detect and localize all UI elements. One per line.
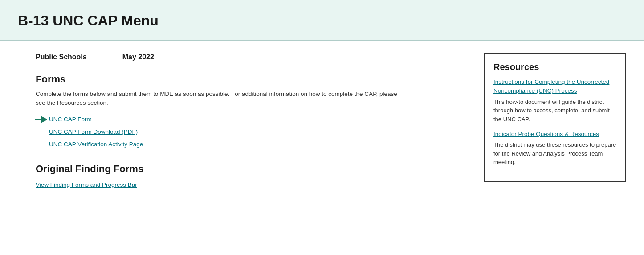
resources-box: Resources Instructions for Completing th… bbox=[484, 53, 626, 182]
resource-item-1: Instructions for Completing the Uncorrec… bbox=[493, 78, 616, 123]
unc-cap-form-pdf-link[interactable]: UNC CAP Form Download (PDF) bbox=[49, 127, 470, 137]
forms-heading: Forms bbox=[36, 74, 470, 85]
page-title: B-13 UNC CAP Menu bbox=[18, 12, 626, 29]
left-column: Public Schools May 2022 Forms Complete t… bbox=[36, 49, 470, 188]
indicator-probe-description: The district may use these resources to … bbox=[493, 140, 616, 167]
school-type: Public Schools bbox=[36, 53, 87, 61]
date-label: May 2022 bbox=[122, 53, 154, 61]
right-column: Resources Instructions for Completing th… bbox=[484, 53, 626, 188]
original-finding-section: Original Finding Forms View Finding Form… bbox=[36, 163, 470, 188]
forms-section: Forms Complete the forms below and submi… bbox=[36, 74, 470, 150]
view-finding-forms-link[interactable]: View Finding Forms and Progress Bar bbox=[36, 181, 137, 188]
instructions-description: This how-to document will guide the dist… bbox=[493, 98, 616, 124]
indicator-probe-link[interactable]: Indicator Probe Questions & Resources bbox=[493, 130, 599, 139]
unc-cap-verification-link[interactable]: UNC CAP Verification Activity Page bbox=[49, 139, 470, 150]
forms-description: Complete the forms below and submit them… bbox=[36, 90, 401, 108]
form-links-container: UNC CAP Form UNC CAP Form Download (PDF)… bbox=[49, 114, 470, 150]
main-content: Public Schools May 2022 Forms Complete t… bbox=[0, 41, 644, 202]
arrow-indicator bbox=[35, 115, 47, 124]
instructions-link[interactable]: Instructions for Completing the Uncorrec… bbox=[493, 78, 616, 96]
resources-heading: Resources bbox=[493, 62, 616, 72]
meta-info: Public Schools May 2022 bbox=[36, 53, 470, 61]
page-header: B-13 UNC CAP Menu bbox=[0, 0, 644, 41]
unc-cap-form-link[interactable]: UNC CAP Form bbox=[49, 114, 470, 125]
original-finding-heading: Original Finding Forms bbox=[36, 163, 470, 175]
resource-item-2: Indicator Probe Questions & Resources Th… bbox=[493, 130, 616, 167]
